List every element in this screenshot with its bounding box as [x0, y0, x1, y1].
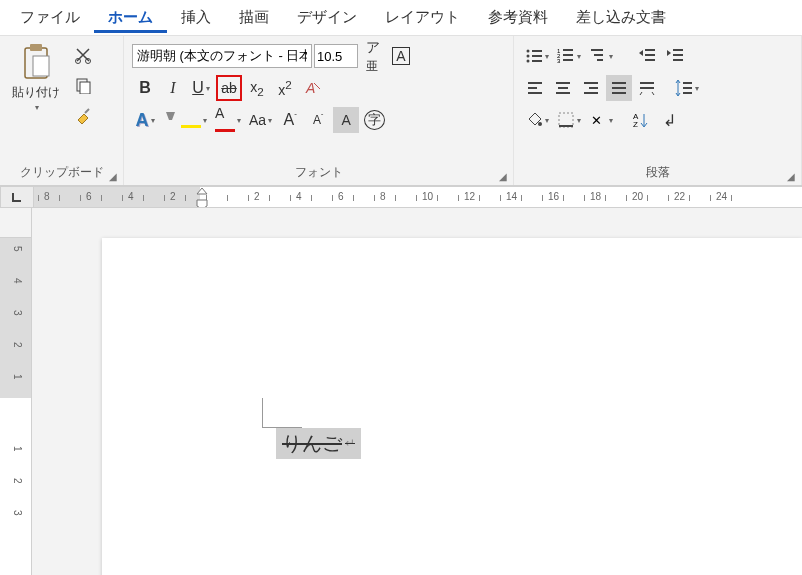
copy-button[interactable] — [70, 72, 96, 98]
align-left-button[interactable] — [522, 75, 548, 101]
svg-text:✕: ✕ — [591, 113, 602, 128]
indent-marker-icon[interactable] — [196, 187, 208, 208]
svg-rect-29 — [528, 82, 542, 84]
format-painter-button[interactable] — [70, 102, 96, 128]
clipboard-paste-icon — [19, 42, 53, 82]
document-area: 54321123 りんご ↵ — [0, 208, 802, 575]
borders-button[interactable]: ▾ — [554, 107, 584, 133]
shading-button[interactable]: ▾ — [522, 107, 552, 133]
highlight-color-button[interactable]: ▾ — [160, 107, 210, 133]
char-border-icon: A — [392, 47, 409, 65]
tab-mailings[interactable]: 差し込み文書 — [562, 2, 680, 33]
italic-button[interactable]: I — [160, 75, 186, 101]
shrink-font-button[interactable]: Aˇ — [305, 107, 331, 133]
dialog-launcher-icon[interactable]: ◢ — [109, 171, 121, 183]
vertical-ruler[interactable]: 54321123 — [0, 208, 32, 575]
superscript-button[interactable]: x2 — [272, 75, 298, 101]
phonetic-guide-button[interactable]: ア亜 — [360, 43, 386, 69]
svg-rect-22 — [597, 59, 603, 61]
tab-design[interactable]: デザイン — [283, 2, 371, 33]
paste-button[interactable]: 貼り付け ▾ — [6, 40, 66, 114]
horizontal-ruler[interactable]: 864224681012141618202224 — [34, 186, 802, 208]
dialog-launcher-icon[interactable]: ◢ — [787, 171, 799, 183]
indent-icon — [666, 47, 684, 65]
svg-rect-43 — [683, 82, 692, 84]
asian-layout-button[interactable]: ✕▾ — [586, 107, 616, 133]
svg-rect-24 — [645, 54, 655, 56]
change-case-button[interactable]: Aa▾ — [246, 107, 275, 133]
bold-button[interactable]: B — [132, 75, 158, 101]
change-case-icon: Aa — [249, 112, 266, 128]
phonetic-icon: ア亜 — [366, 39, 380, 74]
paragraph-mark-icon: ↵ — [345, 436, 355, 451]
paint-bucket-icon — [525, 111, 543, 129]
bullets-button[interactable]: ▾ — [522, 43, 552, 69]
text-effects-button[interactable]: A▾ — [132, 107, 158, 133]
highlighter-icon — [163, 110, 201, 131]
ribbon-tabs: ファイル ホーム 挿入 描画 デザイン レイアウト 参考資料 差し込み文書 — [0, 0, 802, 36]
group-label-clipboard: クリップボード — [6, 162, 117, 183]
tab-file[interactable]: ファイル — [6, 2, 94, 33]
align-center-button[interactable] — [550, 75, 576, 101]
svg-rect-38 — [612, 82, 626, 84]
enclose-char-button[interactable]: 字 — [361, 107, 388, 133]
tab-home[interactable]: ホーム — [94, 2, 167, 33]
font-color-button[interactable]: A▾ — [212, 107, 244, 133]
group-font: ア亜 A B I U▾ ab x2 x2 A A▾ ▾ A▾ Aa▾ Aˆ Aˇ… — [124, 36, 514, 185]
numbering-button[interactable]: 123▾ — [554, 43, 584, 69]
multilevel-list-button[interactable]: ▾ — [586, 43, 616, 69]
subscript-button[interactable]: x2 — [244, 75, 270, 101]
tab-stop-icon — [11, 191, 23, 203]
svg-rect-34 — [556, 92, 570, 94]
character-border-button[interactable]: A — [388, 43, 414, 69]
sort-button[interactable]: AZ — [628, 107, 654, 133]
selected-text[interactable]: りんご ↵ — [276, 428, 361, 459]
chevron-down-icon: ▾ — [545, 116, 549, 125]
superscript-icon: x2 — [278, 78, 291, 98]
svg-rect-37 — [584, 92, 598, 94]
tab-layout[interactable]: レイアウト — [371, 2, 474, 33]
svg-rect-47 — [559, 113, 573, 127]
chevron-down-icon: ▾ — [609, 52, 613, 61]
svg-rect-33 — [558, 87, 568, 89]
text-effect-icon: A — [136, 110, 149, 131]
svg-rect-40 — [612, 92, 626, 94]
page: りんご ↵ — [102, 238, 802, 575]
svg-point-46 — [538, 122, 542, 126]
chevron-down-icon: ▾ — [609, 116, 613, 125]
document-canvas[interactable]: りんご ↵ — [32, 208, 802, 575]
underline-button[interactable]: U▾ — [188, 75, 214, 101]
increase-indent-button[interactable] — [662, 43, 688, 69]
clear-formatting-button[interactable]: A — [300, 75, 326, 101]
distributed-button[interactable] — [634, 75, 660, 101]
svg-rect-6 — [80, 82, 90, 94]
char-shading-button[interactable]: A — [333, 107, 359, 133]
line-spacing-button[interactable]: ▾ — [672, 75, 702, 101]
svg-rect-21 — [594, 54, 603, 56]
ribbon: 貼り付け ▾ クリップボード ◢ ア亜 — [0, 36, 802, 186]
tab-insert[interactable]: 挿入 — [167, 2, 225, 33]
show-marks-button[interactable]: ↲ — [656, 107, 682, 133]
align-justify-button[interactable] — [606, 75, 632, 101]
grow-font-button[interactable]: Aˆ — [277, 107, 303, 133]
decrease-indent-button[interactable] — [634, 43, 660, 69]
tab-references[interactable]: 参考資料 — [474, 2, 562, 33]
sort-icon: AZ — [632, 111, 650, 129]
align-justify-icon — [610, 79, 628, 97]
strikethrough-button[interactable]: ab — [216, 75, 242, 101]
cut-button[interactable] — [70, 42, 96, 68]
chevron-down-icon: ▾ — [206, 84, 210, 93]
svg-rect-42 — [640, 87, 654, 89]
align-right-icon — [582, 79, 600, 97]
align-right-button[interactable] — [578, 75, 604, 101]
svg-rect-23 — [645, 49, 655, 51]
tab-draw[interactable]: 描画 — [225, 2, 283, 33]
dialog-launcher-icon[interactable]: ◢ — [499, 171, 511, 183]
chevron-down-icon: ▾ — [35, 103, 39, 112]
tab-selector[interactable] — [0, 186, 34, 208]
font-name-select[interactable] — [132, 44, 312, 68]
scissors-icon — [74, 46, 92, 64]
font-size-select[interactable] — [314, 44, 358, 68]
svg-text:A: A — [305, 80, 315, 96]
eraser-a-icon: A — [304, 79, 322, 97]
